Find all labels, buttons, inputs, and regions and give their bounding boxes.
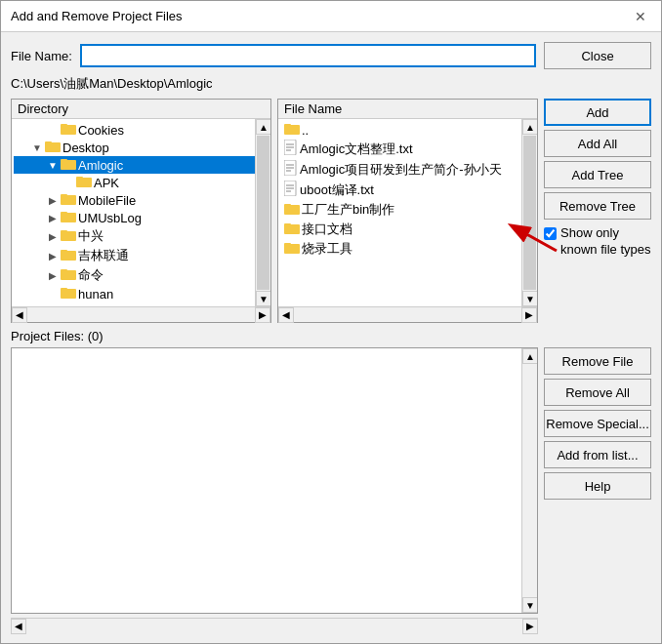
show-known-checkbox[interactable] — [544, 227, 557, 240]
project-files-section: Project Files: (0) ▲ ▼ Remove File Remov… — [11, 329, 651, 633]
dialog: Add and Remove Project Files ✕ File Name… — [0, 0, 662, 644]
svg-rect-11 — [61, 212, 67, 215]
tree-item-jilinliantong[interactable]: ▶ 吉林联通 — [14, 246, 255, 265]
file-hscroll-track — [294, 308, 521, 322]
file-hscroll-left[interactable]: ◀ — [278, 307, 294, 323]
expander-amlogic: ▼ — [45, 157, 61, 173]
tree-item-hunan[interactable]: hunan — [14, 285, 255, 302]
file-scroll-thumb — [523, 136, 536, 290]
project-scroll-down[interactable]: ▼ — [522, 597, 538, 613]
dialog-body: File Name: Close C:\Users\油腻Man\Desktop\… — [1, 32, 661, 643]
project-hscroll-right[interactable]: ▶ — [522, 619, 538, 634]
file-name-row: File Name: Close — [11, 42, 651, 69]
svg-rect-21 — [284, 124, 291, 127]
close-button[interactable]: Close — [544, 42, 651, 69]
folder-icon-jilinliantong — [61, 248, 76, 263]
expander-cookies — [45, 122, 61, 138]
project-files-panels: ▲ ▼ Remove File Remove All Remove Specia… — [11, 347, 651, 614]
file-name-input[interactable] — [80, 44, 536, 67]
hscroll-left-arrow[interactable]: ◀ — [12, 307, 27, 323]
file-item-folder1[interactable]: 工厂生产bin制作 — [280, 200, 521, 220]
tree-item-desktop[interactable]: ▼ Desktop — [14, 139, 255, 156]
title-bar: Add and Remove Project Files ✕ — [1, 1, 661, 32]
hscroll-right-arrow[interactable]: ▶ — [255, 307, 270, 323]
project-files-label: Project Files: (0) — [11, 329, 651, 343]
svg-rect-5 — [61, 159, 67, 162]
scroll-thumb — [257, 136, 269, 290]
folder-icon-hunan — [61, 286, 76, 302]
add-all-button[interactable]: Add All — [544, 130, 651, 157]
directory-panel-header: Directory — [12, 100, 270, 119]
tree-item-mingling[interactable]: ▶ 命令 — [14, 265, 255, 285]
project-hscroll-track — [26, 620, 522, 633]
help-button[interactable]: Help — [544, 472, 651, 500]
directory-hscroll[interactable]: ◀ ▶ — [12, 306, 270, 322]
project-hscroll-left[interactable]: ◀ — [11, 619, 26, 634]
tree-item-mobilefile[interactable]: ▶ MobileFile — [14, 191, 255, 209]
file-item-folder3[interactable]: 烧录工具 — [280, 239, 521, 259]
checkbox-row: Show only known file types — [544, 225, 651, 259]
folder-icon-desktop — [45, 140, 61, 155]
expander-mobilefile: ▶ — [45, 192, 61, 208]
add-from-list-button[interactable]: Add from list... — [544, 441, 651, 468]
project-list-panel[interactable]: ▲ ▼ — [11, 347, 538, 614]
add-button[interactable]: Add — [544, 99, 651, 126]
file-item-3[interactable]: uboot编译.txt — [280, 180, 521, 200]
project-hscroll[interactable]: ◀ ▶ — [11, 618, 538, 633]
svg-rect-39 — [284, 243, 291, 246]
svg-rect-1 — [61, 124, 67, 127]
remove-file-button[interactable]: Remove File — [544, 347, 651, 375]
expander-mingling: ▶ — [45, 267, 61, 283]
add-tree-button[interactable]: Add Tree — [544, 161, 651, 188]
folder-icon-interface — [284, 221, 300, 237]
expander-zhongxin: ▶ — [45, 228, 61, 244]
tree-item-umusblog[interactable]: ▶ UMUsbLog — [14, 209, 255, 226]
folder-icon-mobilefile — [61, 192, 76, 208]
tree-item-amlogic[interactable]: ▼ Amlogic — [14, 156, 255, 174]
remove-all-button[interactable]: Remove All — [544, 379, 651, 406]
tree-item-zhongxin[interactable]: ▶ 中兴 — [14, 226, 255, 246]
folder-icon-cookies — [61, 122, 76, 138]
svg-rect-37 — [284, 223, 291, 226]
right-buttons-bottom: Remove File Remove All Remove Special...… — [544, 347, 651, 614]
tree-item-apk[interactable]: APK — [14, 174, 255, 191]
file-icon-2 — [284, 160, 298, 179]
expander-hunan — [45, 286, 61, 302]
svg-rect-7 — [76, 177, 83, 180]
remove-special-button[interactable]: Remove Special... — [544, 410, 651, 437]
directory-scrollbar[interactable]: ▲ ▼ — [255, 119, 270, 306]
file-item-up[interactable]: .. — [280, 121, 521, 139]
file-scroll-down[interactable]: ▼ — [522, 291, 537, 306]
file-hscroll[interactable]: ◀ ▶ — [278, 306, 537, 322]
directory-tree[interactable]: Cookies ▼ Desktop ▼ Amlogi — [12, 119, 270, 306]
expander-umusblog: ▶ — [45, 210, 61, 225]
svg-rect-3 — [45, 141, 52, 144]
expander-apk — [61, 175, 76, 190]
svg-rect-19 — [61, 288, 67, 291]
folder-icon-umusblog — [61, 210, 76, 225]
folder-icon-amlogic — [61, 157, 76, 173]
dialog-title: Add and Remove Project Files — [11, 9, 183, 23]
checkbox-label[interactable]: Show only known file types — [560, 225, 651, 259]
tree-item-cookies[interactable]: Cookies — [14, 121, 255, 139]
file-item-1[interactable]: Amlogic文档整理.txt — [280, 139, 521, 159]
project-scroll-empty — [523, 365, 536, 596]
svg-rect-9 — [61, 194, 67, 197]
file-scrollbar[interactable]: ▲ ▼ — [521, 119, 537, 306]
svg-rect-13 — [61, 230, 67, 233]
title-close-button[interactable]: ✕ — [630, 6, 651, 27]
file-item-2[interactable]: Amlogic项目研发到生产简介-孙小天 — [280, 159, 521, 180]
project-scroll-up[interactable]: ▲ — [522, 348, 538, 364]
file-list[interactable]: .. Amlogic文档整理.txt Amlogic项目研发到生产简介-孙小天 — [278, 119, 537, 306]
expander-desktop: ▼ — [29, 140, 45, 155]
scroll-down-arrow[interactable]: ▼ — [256, 291, 270, 306]
scroll-up-arrow[interactable]: ▲ — [256, 119, 270, 135]
folder-icon-burn — [284, 241, 300, 257]
file-icon-1 — [284, 140, 298, 158]
file-scroll-up[interactable]: ▲ — [522, 119, 537, 135]
project-scrollbar[interactable]: ▲ ▼ — [521, 348, 537, 613]
remove-tree-button[interactable]: Remove Tree — [544, 192, 651, 220]
svg-rect-17 — [61, 269, 67, 272]
file-hscroll-right[interactable]: ▶ — [521, 307, 537, 323]
file-item-folder2[interactable]: 接口文档 — [280, 220, 521, 239]
